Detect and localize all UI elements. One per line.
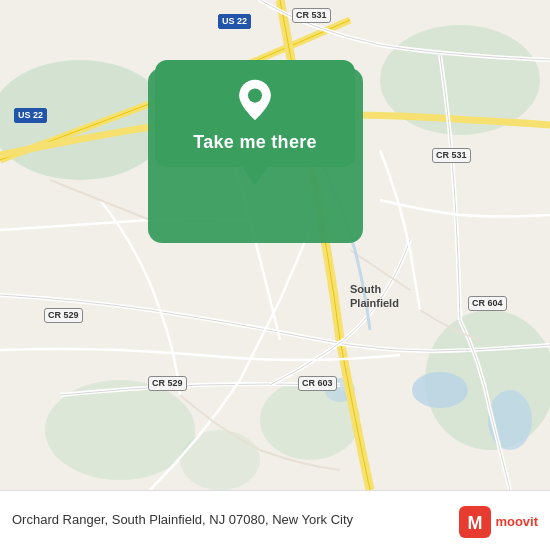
svg-point-7 <box>412 372 468 408</box>
map-view[interactable]: US 22 US 22 CR 531 CR 531 CR 529 CR 529 … <box>0 0 550 490</box>
take-me-there-callout[interactable]: Take me there <box>155 60 355 167</box>
road-badge-cr603: CR 603 <box>298 376 337 391</box>
svg-text:M: M <box>468 513 483 533</box>
moovit-brand-text: moovit <box>495 514 538 530</box>
road-badge-cr531-top: CR 531 <box>292 8 331 23</box>
moovit-icon: M <box>459 506 491 538</box>
road-badge-cr529-bottom: CR 529 <box>148 376 187 391</box>
svg-point-6 <box>180 430 260 490</box>
place-label-south-plainfield: SouthPlainfield <box>350 282 399 311</box>
svg-point-8 <box>488 390 532 450</box>
bottom-info-bar: Orchard Ranger, South Plainfield, NJ 070… <box>0 490 550 550</box>
address-text: Orchard Ranger, South Plainfield, NJ 070… <box>12 511 353 529</box>
road-badge-cr529-left: CR 529 <box>44 308 83 323</box>
road-badge-us22-left: US 22 <box>14 108 47 123</box>
road-badge-us22-top: US 22 <box>218 14 251 29</box>
road-badge-cr531-right: CR 531 <box>432 148 471 163</box>
location-pin-icon <box>233 78 277 122</box>
road-badge-cr604: CR 604 <box>468 296 507 311</box>
moovit-logo: M moovit <box>459 506 538 538</box>
callout-label[interactable]: Take me there <box>193 132 317 153</box>
svg-point-10 <box>248 89 262 103</box>
